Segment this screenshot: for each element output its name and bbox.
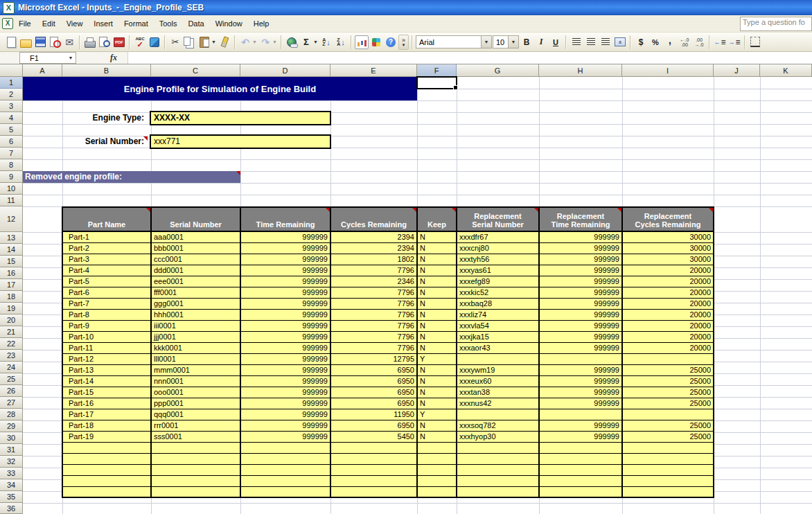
column-header-E[interactable]: E	[330, 64, 417, 77]
cell-empty[interactable]	[151, 486, 240, 497]
engine-type-label[interactable]: Engine Type:	[23, 112, 148, 124]
cell-rep_cycles[interactable]: 20000	[622, 298, 714, 309]
permission-icon[interactable]	[48, 35, 62, 49]
sort-ascending-icon[interactable]	[319, 35, 333, 49]
cell-rep_serial[interactable]: xxxtyh56	[457, 254, 539, 265]
cell-rep_cycles[interactable]: 25000	[622, 364, 714, 375]
cell-rep_cycles[interactable]: 20000	[622, 320, 714, 331]
cell-part[interactable]: Part-2	[62, 242, 151, 254]
borders-icon[interactable]	[748, 35, 762, 49]
print-preview-icon[interactable]	[98, 35, 112, 49]
cell-rep_cycles[interactable]: 30000	[622, 254, 714, 265]
combo-dropdown-icon[interactable]: ▼	[481, 36, 491, 48]
currency-icon[interactable]	[634, 35, 648, 49]
mail-icon[interactable]	[62, 35, 76, 49]
cell-empty[interactable]	[457, 442, 539, 453]
menu-file[interactable]: File	[13, 19, 37, 28]
decrease-decimal-icon[interactable]	[692, 35, 706, 49]
cell-rep_serial[interactable]: xxxaor43	[457, 342, 539, 353]
row-header-17[interactable]: 17	[0, 279, 23, 291]
cell-rep_serial[interactable]: xxxywm19	[457, 364, 539, 375]
cell-time[interactable]: 999999	[240, 231, 330, 242]
pdf-icon[interactable]	[112, 35, 126, 49]
column-header-G[interactable]: G	[457, 64, 539, 77]
cell-rep_serial[interactable]: xxxliz74	[457, 309, 539, 320]
cell-keep[interactable]: N	[417, 420, 457, 431]
cell-rep_time[interactable]: 999999	[539, 287, 622, 298]
merge-center-icon[interactable]	[613, 35, 627, 49]
cell-empty[interactable]	[240, 475, 330, 486]
row-header-34[interactable]: 34	[0, 479, 23, 491]
header-part[interactable]: Part Name	[62, 207, 151, 231]
cell-rep_time[interactable]: 999999	[539, 298, 622, 309]
cell-rep_cycles[interactable]: 20000	[622, 287, 714, 298]
cell-keep[interactable]: N	[417, 309, 457, 320]
cell-time[interactable]: 999999	[240, 409, 330, 420]
serial-number-input[interactable]: xxx771	[150, 134, 331, 149]
row-header-8[interactable]: 8	[0, 159, 23, 171]
cell-part[interactable]: Part-14	[62, 375, 151, 387]
cell-rep_time[interactable]: 999999	[539, 420, 622, 431]
cell-part[interactable]: Part-8	[62, 309, 151, 320]
cell-empty[interactable]	[622, 442, 714, 453]
cell-time[interactable]: 999999	[240, 387, 330, 398]
cell-rep_time[interactable]: 999999	[539, 242, 622, 254]
cell-rep_serial[interactable]: xxxeux60	[457, 375, 539, 387]
cell-rep_time[interactable]: 999999	[539, 320, 622, 331]
cell-part[interactable]: Part-18	[62, 420, 151, 431]
row-header-31[interactable]: 31	[0, 444, 23, 456]
row-header-9[interactable]: 9	[0, 171, 23, 183]
cell-keep[interactable]: N	[417, 276, 457, 287]
cell-rep_time[interactable]: 999999	[539, 431, 622, 442]
cell-rep_serial[interactable]: xxxhyop30	[457, 431, 539, 442]
cell-part[interactable]: Part-1	[62, 231, 151, 242]
spelling-icon[interactable]	[133, 35, 147, 49]
row-header-6[interactable]: 6	[0, 136, 23, 148]
cell-cycles[interactable]: 7796	[330, 309, 417, 320]
cell-rep_serial[interactable]: xxxefg89	[457, 276, 539, 287]
cell-rep_time[interactable]: 999999	[539, 387, 622, 398]
cell-rep_serial[interactable]: xxxjka15	[457, 331, 539, 342]
open-icon[interactable]	[19, 35, 33, 49]
type-a-question-box[interactable]: Type a question fo	[740, 17, 812, 31]
cell-cycles[interactable]: 7796	[330, 287, 417, 298]
cell-rep_serial[interactable]: xxxyas61	[457, 265, 539, 276]
cell-cycles[interactable]: 2346	[330, 276, 417, 287]
increase-decimal-icon[interactable]	[678, 35, 691, 49]
cell-cycles[interactable]: 6950	[330, 375, 417, 387]
cell-empty[interactable]	[622, 475, 714, 486]
cell-rep_time[interactable]: 999999	[539, 398, 622, 409]
cell-cycles[interactable]: 12795	[330, 353, 417, 364]
cell-serial[interactable]: nnn0001	[151, 375, 240, 387]
cell-rep_serial[interactable]: xxxdfr67	[457, 231, 539, 242]
cell-keep[interactable]: N	[417, 254, 457, 265]
cell-empty[interactable]	[539, 453, 622, 464]
row-header-2[interactable]: 2	[0, 89, 23, 100]
autosum-icon[interactable]	[299, 35, 313, 49]
header-keep[interactable]: Keep	[417, 207, 457, 231]
cell-empty[interactable]	[457, 453, 539, 464]
format-painter-icon[interactable]	[218, 35, 231, 49]
serial-number-label[interactable]: Serial Number:	[23, 136, 148, 148]
research-icon[interactable]	[148, 35, 161, 49]
cell-rep_time[interactable]: 999999	[539, 342, 622, 353]
row-header-15[interactable]: 15	[0, 256, 23, 267]
column-header-F[interactable]: F	[417, 64, 457, 77]
cell-serial[interactable]: eee0001	[151, 276, 240, 287]
chart-wizard-icon[interactable]	[355, 35, 369, 49]
cell-time[interactable]: 999999	[240, 342, 330, 353]
cell-empty[interactable]	[330, 442, 417, 453]
column-header-B[interactable]: B	[62, 64, 151, 77]
align-right-icon[interactable]	[599, 35, 612, 49]
cell-cycles[interactable]: 7796	[330, 342, 417, 353]
row-header-5[interactable]: 5	[0, 124, 23, 136]
cell-cycles[interactable]: 7796	[330, 320, 417, 331]
cell-part[interactable]: Part-3	[62, 254, 151, 265]
header-rep_serial[interactable]: Replacement Serial Number	[457, 207, 539, 231]
cell-keep[interactable]: N	[417, 387, 457, 398]
cell-keep[interactable]: Y	[417, 353, 457, 364]
cell-keep[interactable]: Y	[417, 409, 457, 420]
name-box[interactable]: F1 ▼	[19, 52, 76, 64]
cell-part[interactable]: Part-16	[62, 398, 151, 409]
cell-cycles[interactable]: 6950	[330, 364, 417, 375]
